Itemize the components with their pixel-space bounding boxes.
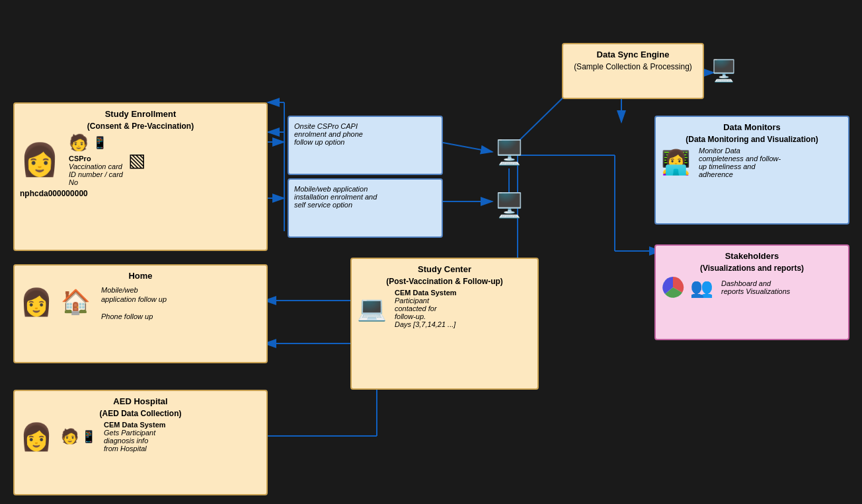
participant-text1: Participant	[395, 297, 457, 305]
person-icon-home: 👩	[20, 287, 53, 318]
aed-subtitle: (AED Data Collection)	[20, 409, 261, 418]
server-node-middle: 🖥️	[494, 192, 524, 219]
vacc-card-text: Vaccination card	[69, 162, 123, 170]
data-monitors-subtitle: (Data Monitoring and Visualization)	[661, 135, 843, 144]
person-small-icon: 🧑	[69, 133, 89, 152]
computer-person-icon: 💻	[357, 295, 387, 322]
participant-text2: contacted for	[395, 305, 457, 312]
data-monitors-title: Data Monitors	[661, 122, 843, 132]
monitor-text3: up timeliness and	[699, 162, 781, 170]
gets-participant-text: Gets Participant	[104, 429, 166, 437]
aed-icons: 👩 🧑 📱 CEM Data System Gets Participant d…	[20, 421, 261, 452]
no-text: No	[69, 178, 123, 186]
home-box: Home 👩 🏠 Mobile/web application follow u…	[13, 264, 268, 363]
mobile-line2: installation enrolment and	[294, 193, 436, 201]
from-hospital-text: from Hospital	[104, 445, 166, 452]
monitor-text4: adherence	[699, 170, 781, 178]
analyst-icon: 👩‍💻	[661, 149, 691, 176]
person-small-aed-icon: 🧑	[61, 428, 79, 445]
data-monitors-box: Data Monitors (Data Monitoring and Visua…	[654, 116, 849, 225]
phone-followup-text: Phone follow up	[101, 312, 167, 320]
study-center-subtitle: (Post-Vaccination & Follow-up)	[357, 277, 532, 286]
mobile-line1: Mobile/web application	[294, 185, 436, 193]
study-enrollment-icons: 👩 🧑 📱 CSPro Vaccination card ID number /…	[20, 133, 261, 186]
home-title: Home	[20, 271, 261, 281]
dashboard-text2: reports Visualizations	[721, 287, 790, 295]
house-icon: 🏠	[61, 288, 91, 316]
onsite-line1: Onsite CSPro CAPI	[294, 122, 436, 130]
cem-label-center: CEM Data System	[395, 289, 457, 297]
stakeholders-subtitle: (Visualizations and reports)	[661, 264, 843, 273]
stakeholders-title: Stakeholders	[661, 251, 843, 261]
svg-line-4	[440, 142, 492, 152]
onsite-line3: follow up option	[294, 138, 436, 146]
stakeholders-box: Stakeholders (Visualizations and reports…	[654, 244, 849, 340]
aed-title: AED Hospital	[20, 396, 261, 406]
stakeholders-icons: 👥 Dashboard and reports Visualizations	[661, 275, 843, 299]
study-enrollment-title: Study Enrollment	[20, 109, 261, 119]
diagnosis-text: diagnosis info	[104, 437, 166, 445]
server-icon-right: 🖥️	[711, 58, 737, 83]
data-sync-box: Data Sync Engine (Sample Collection & Pr…	[562, 43, 704, 99]
data-sync-title: Data Sync Engine	[568, 50, 697, 59]
mobile-followup-text: Mobile/web	[101, 286, 138, 294]
home-icons: 👩 🏠 Mobile/web application follow up Pho…	[20, 283, 261, 320]
mobile-line3: self service option	[294, 201, 436, 209]
participant-text3: follow-up.	[395, 312, 457, 320]
participant-text4: Days [3,7,14,21 ...]	[395, 320, 457, 328]
group-icon: 👥	[690, 277, 713, 299]
study-enrollment-subtitle: (Consent & Pre-Vaccination)	[20, 122, 261, 131]
diagram-container: Study Enrollment (Consent & Pre-Vaccinat…	[0, 0, 862, 504]
phone-icon: 📱	[93, 135, 107, 150]
data-monitors-icons: 👩‍💻 Monitor Data completeness and follow…	[661, 147, 843, 178]
cspro-label: CSPro	[69, 155, 123, 162]
dashboard-text1: Dashboard and	[721, 279, 790, 287]
cem-label-aed: CEM Data System	[104, 421, 166, 429]
study-enrollment-box: Study Enrollment (Consent & Pre-Vaccinat…	[13, 102, 268, 251]
monitor-text1: Monitor Data	[699, 147, 781, 155]
phone-aed-icon: 📱	[81, 429, 96, 444]
data-sync-subtitle: (Sample Collection & Processing)	[568, 62, 697, 71]
study-center-icons: 💻 CEM Data System Participant contacted …	[357, 289, 532, 328]
nphcda-text: nphcda000000000	[20, 189, 261, 198]
onsite-line2: enrolment and phone	[294, 130, 436, 138]
mobile-followup-text2: application follow up	[101, 295, 167, 303]
mobile-web-box: Mobile/web application installation enro…	[288, 178, 443, 238]
study-center-box: Study Center (Post-Vaccination & Follow-…	[350, 258, 539, 390]
monitor-text2: completeness and follow-	[699, 155, 781, 162]
onsite-cspro-box: Onsite CSPro CAPI enrolment and phone fo…	[288, 116, 443, 175]
person-icon-enrollment: 👩	[20, 141, 59, 178]
person-icon-aed: 👩	[20, 421, 53, 452]
pie-chart-icon	[661, 275, 685, 299]
qr-icon: ▧	[128, 149, 145, 171]
study-center-title: Study Center	[357, 264, 532, 274]
id-number-text: ID number / card	[69, 170, 123, 178]
server-node-top: 🖥️	[494, 139, 524, 166]
aed-hospital-box: AED Hospital (AED Data Collection) 👩 🧑 📱…	[13, 390, 268, 495]
